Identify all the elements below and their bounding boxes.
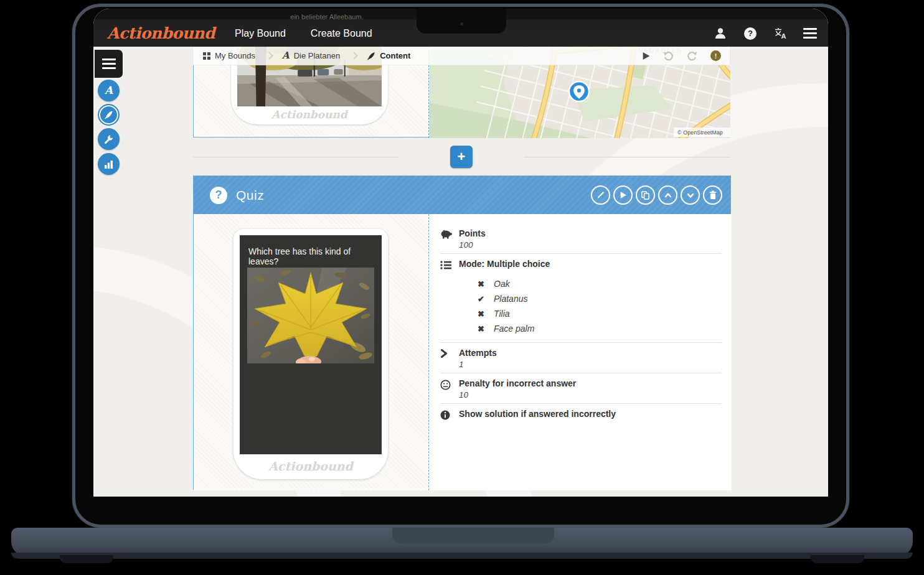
svg-text:A: A bbox=[781, 32, 786, 39]
points-label: Points bbox=[459, 228, 486, 238]
map-attribution: © OpenStreetMap bbox=[677, 129, 723, 136]
solution-row: Show solution if answered incorrectly bbox=[440, 404, 722, 424]
redo-button[interactable] bbox=[687, 51, 697, 61]
cross-icon: ✖ bbox=[478, 309, 486, 319]
bound-icon: A bbox=[105, 85, 113, 96]
quiz-phone-preview: Which tree has this kind of leaves? bbox=[233, 229, 388, 479]
insert-stage-row: + bbox=[193, 146, 730, 168]
play-icon bbox=[619, 191, 627, 199]
breadcrumb: My Bounds A Die Platanen Content bbox=[193, 47, 730, 65]
breadcrumb-my-bounds[interactable]: My Bounds bbox=[203, 51, 255, 60]
attempts-label: Attempts bbox=[459, 348, 497, 358]
play-icon bbox=[642, 52, 650, 60]
breadcrumb-separator bbox=[350, 52, 358, 60]
quiz-settings-panel: Points 100 Mode: bbox=[428, 214, 732, 490]
points-row: Points 100 bbox=[440, 223, 722, 254]
mode-label: Mode: Multiple choice bbox=[459, 259, 722, 269]
sidebar-settings-button[interactable] bbox=[98, 128, 120, 150]
laptop-base bbox=[11, 528, 913, 556]
redo-icon bbox=[687, 51, 697, 61]
divider bbox=[524, 157, 730, 157]
check-icon: ✔ bbox=[478, 294, 486, 304]
quiz-card: ? Quiz bbox=[193, 175, 731, 490]
laptop-base-lip bbox=[11, 553, 913, 559]
copy-icon bbox=[641, 190, 650, 200]
quiz-preview-panel: Which tree has this kind of leaves? bbox=[194, 214, 428, 490]
quiz-card-header: ? Quiz bbox=[194, 176, 730, 214]
chevron-up-icon bbox=[664, 191, 672, 200]
map-marker-icon bbox=[569, 82, 589, 101]
solution-label: Show solution if answered incorrectly bbox=[459, 409, 616, 419]
divider bbox=[193, 157, 398, 157]
answer-option: ✔ Platanus bbox=[459, 291, 722, 306]
actionbound-watermark: Actionbound bbox=[233, 459, 388, 473]
menu-icon[interactable] bbox=[803, 27, 817, 40]
laptop-notch bbox=[417, 9, 506, 34]
quiz-card-title: Quiz bbox=[236, 188, 264, 203]
duplicate-button[interactable] bbox=[636, 185, 655, 205]
answer-option: ✖ Face palm bbox=[459, 321, 722, 336]
move-up-button[interactable] bbox=[658, 185, 677, 205]
user-icon[interactable] bbox=[714, 27, 727, 40]
list-icon bbox=[440, 259, 459, 339]
nav-play-bound[interactable]: Play Bound bbox=[235, 28, 286, 39]
breadcrumb-separator bbox=[265, 52, 273, 60]
move-down-button[interactable] bbox=[681, 185, 700, 205]
answer-option: ✖ Oak bbox=[459, 276, 722, 291]
feather-icon bbox=[104, 110, 113, 119]
info-icon bbox=[440, 409, 459, 420]
delete-button[interactable] bbox=[703, 185, 722, 205]
sidebar-bound-button[interactable]: A bbox=[98, 80, 120, 101]
cross-icon: ✖ bbox=[478, 279, 486, 289]
help-icon[interactable]: ? bbox=[743, 27, 757, 40]
test-play-button[interactable] bbox=[642, 52, 650, 60]
undo-button[interactable] bbox=[663, 51, 674, 61]
sidebar-toggle-button[interactable] bbox=[95, 50, 123, 78]
actionbound-watermark: Actionbound bbox=[231, 108, 388, 121]
laptop-base-notch bbox=[392, 528, 554, 544]
bar-chart-icon bbox=[104, 160, 113, 169]
leaf-photo bbox=[247, 268, 374, 363]
camera-dot bbox=[460, 22, 463, 26]
trash-icon bbox=[709, 190, 717, 200]
laptop-foot bbox=[811, 555, 864, 563]
breadcrumb-content[interactable]: Content bbox=[367, 51, 410, 60]
mode-row: Mode: Multiple choice ✖ Oak ✔ Platanus bbox=[440, 254, 722, 343]
laptop-foot bbox=[60, 555, 113, 563]
edit-button[interactable] bbox=[591, 185, 610, 205]
add-element-button[interactable]: + bbox=[450, 146, 473, 168]
warning-info-button[interactable]: ! bbox=[710, 50, 721, 61]
penalty-value: 10 bbox=[459, 390, 576, 400]
attempts-row: Attempts 1 bbox=[440, 343, 722, 373]
quiz-type-icon: ? bbox=[210, 187, 227, 204]
actionbound-logo[interactable]: Actionbound bbox=[107, 24, 215, 42]
answer-options-list: ✖ Oak ✔ Platanus ✖ Tilia bbox=[459, 276, 722, 336]
answer-option: ✖ Tilia bbox=[459, 306, 722, 321]
chevron-down-icon bbox=[686, 191, 695, 200]
smiley-icon bbox=[440, 378, 459, 400]
grid-icon bbox=[203, 52, 210, 60]
points-icon bbox=[440, 228, 459, 250]
app-screen: Actionbound bbox=[93, 9, 828, 497]
cross-icon: ✖ bbox=[478, 324, 486, 334]
translate-icon[interactable]: A bbox=[773, 27, 787, 40]
penalty-row: Penalty for incorrect answer 10 bbox=[440, 373, 722, 404]
undo-icon bbox=[663, 51, 674, 61]
wrench-icon bbox=[104, 134, 114, 144]
points-value: 100 bbox=[459, 240, 486, 250]
preview-button[interactable] bbox=[613, 185, 633, 205]
feather-icon bbox=[367, 52, 375, 60]
quiz-phone-screen: Which tree has this kind of leaves? bbox=[240, 235, 382, 454]
sidebar-results-button[interactable] bbox=[98, 153, 120, 175]
pencil-icon bbox=[596, 190, 605, 200]
sidebar-content-button[interactable] bbox=[98, 104, 120, 126]
breadcrumb-bound-name[interactable]: A Die Platanen bbox=[282, 51, 340, 60]
nav-create-bound[interactable]: Create Bound bbox=[311, 28, 372, 39]
penalty-label: Penalty for incorrect answer bbox=[459, 378, 576, 388]
bound-icon: A bbox=[282, 51, 290, 60]
attempts-value: 1 bbox=[459, 360, 497, 369]
chevron-right-icon bbox=[440, 348, 459, 369]
